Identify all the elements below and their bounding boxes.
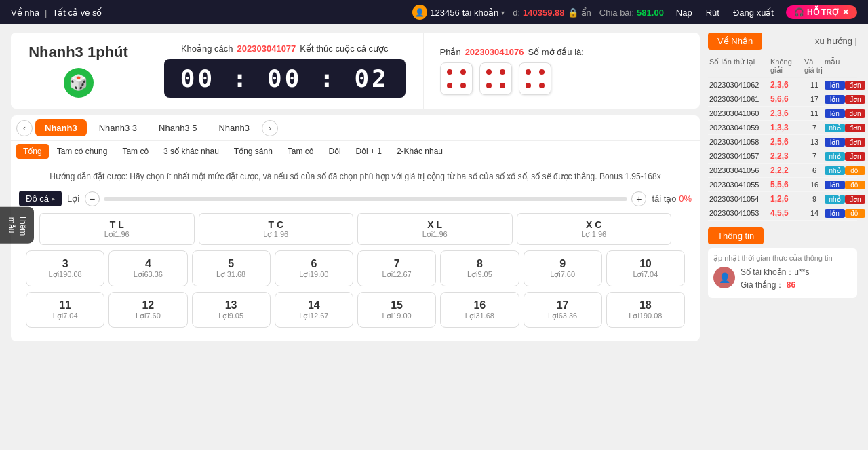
result-label: Phần 202303041076 Số mở đầu là: <box>440 47 584 57</box>
result-section: Phần 202303041076 Số mở đầu là: <box>424 33 701 109</box>
do-ca-bar: Đô cá ▸ Lợi − + tái tạo 0% <box>19 191 692 206</box>
game-title-section: Nhanh3 1phút 🎲 <box>11 33 146 109</box>
subtab-3so-khac[interactable]: 3 số khác nhau <box>157 144 226 159</box>
nav-home[interactable]: Về nhà <box>11 7 39 18</box>
game-icon: 🎲 <box>64 68 94 98</box>
num-cell-18[interactable]: 18 Lợi190.08 <box>606 292 685 328</box>
user-avatar: 👤 <box>412 5 427 20</box>
timer-section: Khoảng cách 202303041077 Kết thúc cuộc c… <box>146 33 424 109</box>
nap-btn[interactable]: Nap <box>672 6 696 19</box>
balance-hidden-label: ẩn <box>581 7 591 18</box>
xu-huong-link[interactable]: xu hướng | <box>815 36 857 46</box>
slider-minus-btn[interactable]: − <box>85 191 100 206</box>
tab-nhanh3-3[interactable]: Nhanh3 3 <box>90 119 146 136</box>
tab-nhanh3[interactable]: Nhanh3 <box>35 119 87 136</box>
top-navigation: Về nhà | Tất cả vé số 👤 123456 tài khoản… <box>0 0 868 24</box>
nav-actions: Nap Rút Đăng xuất <box>672 6 778 19</box>
num-cell-4[interactable]: 4 Lợi63.36 <box>108 250 187 286</box>
thong-tin-btn[interactable]: Thông tin <box>708 227 764 244</box>
tab-row: ‹ Nhanh3 Nhanh3 3 Nhanh3 5 Nhanh3 › <box>11 115 700 141</box>
subtab-tam-co-chung[interactable]: Tam có chung <box>50 144 115 159</box>
subtab-doi-1[interactable]: Đôi + 1 <box>349 144 389 159</box>
right-table-body: 202303041062 2,3,6 11 lớn đơn 2023030410… <box>708 78 857 221</box>
subtab-doi[interactable]: Đôi <box>322 144 348 159</box>
num-cell-14[interactable]: 14 Lợi12.67 <box>275 292 353 328</box>
prev-period-id: 202303041076 <box>465 47 524 57</box>
table-row[interactable]: 202303041060 2,3,6 11 lớn đơn <box>708 107 857 121</box>
slider-wrap: − + <box>85 191 646 206</box>
subtab-tong-sanh[interactable]: Tổng sánh <box>227 144 279 159</box>
num-cell-3[interactable]: 3 Lợi190.08 <box>26 250 104 286</box>
countdown-timer: 00 : 00 : 02 <box>164 59 406 98</box>
period-id: 202303041077 <box>237 43 296 54</box>
right-table-header: Số lần thử lại Không giải Và giá trị mẫu <box>708 55 857 78</box>
account-caret: ▾ <box>501 9 505 16</box>
balance-display: đ: 140359.88 🔒 ẩn <box>513 7 591 18</box>
main-layout: Nhanh3 1phút 🎲 Khoảng cách 202303041077 … <box>0 24 868 350</box>
username-label: 123456 <box>430 7 459 18</box>
number-grid-row1: 3 Lợi190.08 4 Lợi63.36 5 Lợi31.68 6 Lợi1… <box>19 250 692 286</box>
type-cell-xl[interactable]: X L Lợi1.96 <box>357 213 513 245</box>
subtab-2-khac[interactable]: 2-Khác nhau <box>390 144 450 159</box>
hide-balance-btn[interactable]: 🔒 <box>568 7 578 18</box>
num-cell-13[interactable]: 13 Lợi9.05 <box>192 292 271 328</box>
slider-track[interactable] <box>104 197 627 201</box>
balance-amount: 140359.88 <box>523 7 564 18</box>
subtab-tam-co-2[interactable]: Tam cô <box>281 144 321 159</box>
dice-2 <box>479 62 512 95</box>
game-header: Nhanh3 1phút 🎲 Khoảng cách 202303041077 … <box>11 33 700 109</box>
table-row[interactable]: 202303041059 1,3,3 7 nhỏ đơn <box>708 121 857 135</box>
num-cell-11[interactable]: 11 Lợi7.04 <box>26 292 104 328</box>
right-panel: Về Nhận xu hướng | Số lần thử lại Không … <box>708 33 857 341</box>
rut-btn[interactable]: Rút <box>702 6 724 19</box>
account-link[interactable]: tài khoản <box>462 7 499 18</box>
loi-label: Lợi <box>67 193 79 204</box>
num-cell-17[interactable]: 17 Lợi63.36 <box>524 292 602 328</box>
user-menu[interactable]: 👤 123456 tài khoản ▾ <box>412 5 505 20</box>
thong-tin-avatar: 👤 <box>713 267 735 288</box>
tai-tao-label[interactable]: tái tạo 0% <box>652 193 692 204</box>
num-cell-16[interactable]: 16 Lợi31.68 <box>440 292 519 328</box>
num-cell-12[interactable]: 12 Lợi7.60 <box>108 292 187 328</box>
tab-prev-btn[interactable]: ‹ <box>16 120 33 136</box>
table-row[interactable]: 202303041058 2,5,6 13 lớn đơn <box>708 135 857 149</box>
support-btn[interactable]: 🎧 HỖ TRỢ ✕ <box>786 5 857 19</box>
do-ca-label[interactable]: Đô cá ▸ <box>19 191 62 206</box>
dangxuat-btn[interactable]: Đăng xuất <box>729 6 778 19</box>
ve-nhan-btn[interactable]: Về Nhận <box>708 33 762 50</box>
num-cell-10[interactable]: 10 Lợi7.04 <box>606 250 685 286</box>
type-cell-tl[interactable]: T L Lợi1.96 <box>39 213 195 245</box>
tab-nhanh3-alt[interactable]: Nhanh3 <box>209 119 259 136</box>
subtab-tong[interactable]: Tổng <box>16 144 49 159</box>
table-row[interactable]: 202303041056 2,2,2 6 nhỏ đôi <box>708 164 857 178</box>
slider-plus-btn[interactable]: + <box>631 191 646 206</box>
type-cell-xc[interactable]: X C Lợi1.96 <box>517 213 672 245</box>
thong-tin-update: ập nhật thời gian thực của thông tin <box>713 254 852 263</box>
subtab-tam-co[interactable]: Tam cô <box>115 144 155 159</box>
result-dice <box>440 62 551 95</box>
thong-tin-section: Thông tin ập nhật thời gian thực của thô… <box>708 227 857 298</box>
nav-all-lottery[interactable]: Tất cả vé số <box>52 7 102 18</box>
table-row[interactable]: 202303041062 2,3,6 11 lớn đơn <box>708 78 857 92</box>
table-row[interactable]: 202303041054 1,2,6 9 nhỏ đơn <box>708 192 857 206</box>
table-row[interactable]: 202303041053 4,5,5 14 lớn đôi <box>708 206 857 221</box>
timer-label: Khoảng cách 202303041077 Kết thúc cuộc c… <box>181 43 389 54</box>
table-row[interactable]: 202303041055 5,5,6 16 lớn đôi <box>708 178 857 192</box>
num-cell-15[interactable]: 15 Lợi19.00 <box>357 292 436 328</box>
num-cell-5[interactable]: 5 Lợi31.68 <box>192 250 271 286</box>
type-row: T L Lợi1.96 T C Lợi1.96 X L Lợi1.96 X C … <box>19 213 692 245</box>
num-cell-6[interactable]: 6 Lợi19.00 <box>275 250 353 286</box>
table-row[interactable]: 202303041057 2,2,3 7 nhỏ đơn <box>708 149 857 164</box>
num-cell-9[interactable]: 9 Lợi7.60 <box>524 250 602 286</box>
dice-3 <box>519 62 551 95</box>
table-row[interactable]: 202303041061 5,6,6 17 lớn đơn <box>708 92 857 107</box>
tab-next-btn[interactable]: › <box>262 120 278 136</box>
left-panel: Nhanh3 1phút 🎲 Khoảng cách 202303041077 … <box>11 33 700 341</box>
tab-nhanh3-5[interactable]: Nhanh3 5 <box>149 119 206 136</box>
type-cell-tc[interactable]: T C Lợi1.96 <box>199 213 354 245</box>
num-cell-7[interactable]: 7 Lợi12.67 <box>357 250 436 286</box>
num-cell-8[interactable]: 8 Lợi9.05 <box>440 250 519 286</box>
subtab-row: Tổng Tam có chung Tam cô 3 số khác nhau … <box>11 141 700 162</box>
chia-bai-display: Chia bài: 581.00 <box>599 7 664 18</box>
sidebar-them-mau-btn[interactable]: Thêm mẫu <box>0 206 34 244</box>
